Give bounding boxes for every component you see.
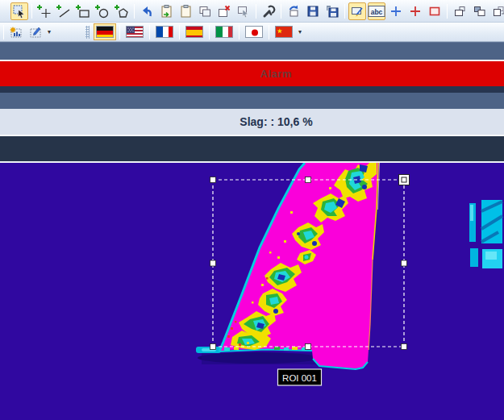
save-as-button[interactable] xyxy=(323,2,341,20)
thermal-image-view[interactable]: ROI 001 xyxy=(0,163,504,420)
edit-zone-button[interactable] xyxy=(27,23,44,41)
select-tool-button[interactable] xyxy=(10,2,28,20)
navy-strip xyxy=(0,86,504,93)
copy-button[interactable] xyxy=(196,2,214,20)
save-as-icon xyxy=(325,4,339,19)
copy-icon xyxy=(198,4,212,19)
slag-value-label: Slag: : 10,6 % xyxy=(0,115,504,128)
select-all-icon xyxy=(236,4,251,19)
plus-red-icon xyxy=(408,4,423,19)
flag-japan[interactable] xyxy=(243,23,265,40)
text-label-button[interactable]: abc xyxy=(368,2,385,20)
delete-shape-button[interactable] xyxy=(215,2,233,20)
add-ellipse-button[interactable] xyxy=(94,2,111,20)
alarm-label: Alarm xyxy=(0,68,504,80)
roi-handle-bottom-right[interactable] xyxy=(402,344,407,350)
select-all-button[interactable] xyxy=(235,2,252,20)
japan-flag-icon xyxy=(245,26,263,38)
auto-zone-button[interactable] xyxy=(7,23,25,41)
add-line-icon xyxy=(56,4,71,19)
add-rectangle-icon xyxy=(76,4,90,19)
edit-shape-icon xyxy=(350,4,364,19)
slag-banner: Slag: : 10,6 % xyxy=(0,109,504,135)
thermal-reflections xyxy=(469,200,502,268)
rect-red-icon xyxy=(427,4,442,19)
roi-handle-middle-right[interactable] xyxy=(402,260,407,266)
add-point-icon xyxy=(37,4,52,19)
delete-shape-icon xyxy=(217,4,231,19)
rotate-shape-button[interactable] xyxy=(285,2,302,20)
bring-to-front-button[interactable] xyxy=(451,2,469,20)
bring-forward-icon xyxy=(491,4,504,19)
roi-rotate-handle[interactable] xyxy=(399,175,410,185)
auto-zone-icon xyxy=(9,25,23,40)
edit-shape-button[interactable] xyxy=(348,2,366,20)
thermal-image: ROI 001 xyxy=(0,163,504,420)
flag-italy[interactable] xyxy=(213,23,235,40)
italy-flag-icon xyxy=(215,26,233,38)
roi-handle-top-left[interactable] xyxy=(210,177,216,183)
usa-flag-icon xyxy=(126,26,144,38)
paste-button[interactable] xyxy=(177,2,194,20)
rotate-shape-icon xyxy=(286,4,301,19)
abc-icon: abc xyxy=(368,5,385,18)
roi-handle-middle-left[interactable] xyxy=(210,260,216,266)
add-line-button[interactable] xyxy=(55,2,73,20)
alarm-banner: Alarm xyxy=(0,61,504,86)
toolbar-flags: ▾ xyxy=(0,23,504,42)
send-to-back-icon xyxy=(472,4,486,19)
select-tool-icon xyxy=(12,4,27,19)
wrench-icon xyxy=(261,4,276,19)
roi-handle-top-middle[interactable] xyxy=(306,177,311,183)
toolbar-main: abc xyxy=(0,0,504,23)
add-polygon-icon xyxy=(115,4,129,19)
flag-usa[interactable] xyxy=(123,23,146,40)
add-point-button[interactable] xyxy=(35,2,53,20)
paste-insert-icon xyxy=(159,4,173,19)
thermal-streak xyxy=(196,347,221,353)
plus-blue-icon xyxy=(389,4,403,19)
flag-france[interactable] xyxy=(153,23,176,40)
edit-zone-icon xyxy=(28,25,43,40)
germany-flag-icon xyxy=(96,26,114,38)
flags-grip[interactable] xyxy=(85,26,90,39)
flag-spain[interactable] xyxy=(183,23,206,40)
flag-germany[interactable] xyxy=(94,23,116,40)
plus-red-button[interactable] xyxy=(406,2,424,20)
undo-button[interactable] xyxy=(138,2,156,20)
plus-blue-button[interactable] xyxy=(387,2,405,20)
add-ellipse-icon xyxy=(95,4,110,19)
france-flag-icon xyxy=(156,26,173,38)
paste-insert-button[interactable] xyxy=(157,2,175,20)
save-icon xyxy=(306,4,320,19)
bring-forward-button[interactable] xyxy=(489,2,504,20)
properties-wrench-button[interactable] xyxy=(260,2,277,20)
header-bar-top xyxy=(0,42,504,60)
add-rectangle-button[interactable] xyxy=(74,2,92,20)
send-to-back-button[interactable] xyxy=(470,2,488,20)
bring-to-front-icon xyxy=(452,4,467,19)
add-polygon-button[interactable] xyxy=(113,2,131,20)
rect-red-button[interactable] xyxy=(426,2,444,20)
china-flag-icon xyxy=(275,26,293,38)
roi-handle-bottom-middle[interactable] xyxy=(306,344,311,350)
navy-band xyxy=(0,136,504,163)
header-bar-mid xyxy=(0,93,504,109)
paste-icon xyxy=(178,4,193,19)
flag-china[interactable] xyxy=(273,23,295,40)
abc-icon-text: abc xyxy=(371,7,383,15)
undo-icon xyxy=(140,4,154,19)
roi-handle-bottom-left[interactable] xyxy=(210,344,216,350)
roi-label-text: ROI 001 xyxy=(282,373,317,383)
spain-flag-icon xyxy=(185,26,203,38)
zone-dropdown[interactable]: ▾ xyxy=(45,28,53,35)
roi-label-tag[interactable]: ROI 001 xyxy=(278,369,322,385)
flags-dropdown[interactable]: ▾ xyxy=(296,28,304,35)
save-button[interactable] xyxy=(304,2,322,20)
